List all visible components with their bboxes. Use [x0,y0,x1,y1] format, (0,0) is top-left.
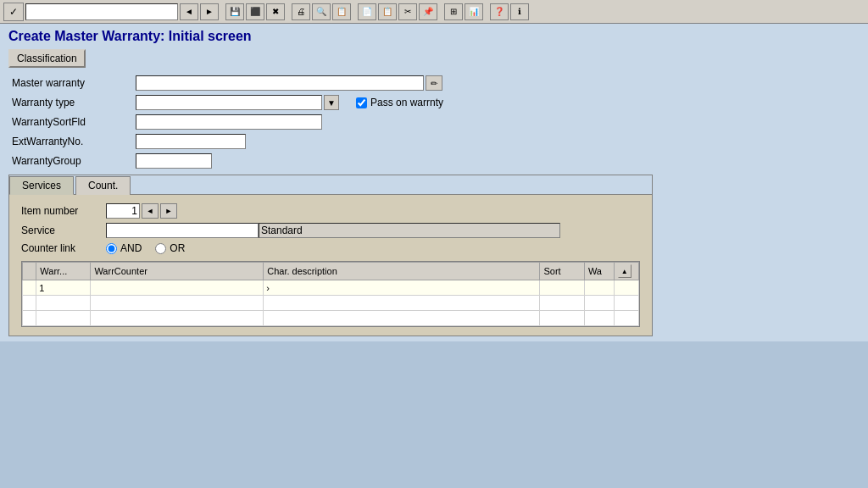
table-row [23,296,639,311]
warranty-sort-fld-input[interactable] [136,114,322,130]
check-button[interactable]: ✓ [3,3,24,21]
service-row: Service [21,223,640,238]
ext-warranty-no-row: ExtWarrantyNo. [8,133,860,150]
radio-or[interactable] [155,243,166,254]
paste-button1[interactable]: 📋 [378,3,397,20]
warranty-type-input[interactable] [136,95,322,110]
table-row [23,311,639,326]
nav-back-button[interactable]: ◄ [180,3,198,20]
table-row: 1 › [23,280,639,296]
layout-button[interactable]: 📊 [465,3,483,20]
data-table: Warr... WarrCounter Char. description So… [22,262,639,326]
warranty-group-row: WarrantyGroup [8,152,860,169]
toolbar: ✓ ◄ ► 💾 ⬛ ✖ 🖨 🔍 📋 📄 📋 ✂ 📌 ⊞ 📊 ❓ ℹ [0,0,868,24]
radio-or-label: OR [170,242,185,254]
scroll-up-button[interactable]: ▲ [618,264,632,278]
radio-and-option: AND [106,242,142,254]
item-number-label: Item number [21,205,106,217]
main-area: Create Master Warranty: Initial screen C… [0,24,868,341]
copy-button1[interactable]: 📄 [358,3,376,20]
cell-warr-2[interactable] [36,296,91,311]
scroll-track-1 [614,280,638,296]
cell-wa-3[interactable] [584,311,614,326]
print-button[interactable]: 🖨 [292,3,310,20]
cut-button[interactable]: ✂ [398,3,417,20]
scroll-track-3 [614,311,638,326]
ext-warranty-no-label: ExtWarrantyNo. [8,136,136,147]
tab-services[interactable]: Services [9,176,74,195]
warranty-group-input[interactable] [136,153,212,169]
col-header-warrcounter: WarrCounter [91,263,264,280]
find-button2[interactable]: 📋 [332,3,351,20]
cell-warrcounter-3[interactable] [91,311,264,326]
item-number-input[interactable] [106,203,140,219]
service-label: Service [21,225,106,236]
shortcut-button[interactable]: ⬛ [246,3,264,20]
radio-and[interactable] [106,243,117,254]
warranty-type-row: Warranty type ▼ Pass on warrnty [8,94,860,111]
item-number-row: Item number ◄ ► [21,203,640,219]
paste-button2[interactable]: 📌 [419,3,437,20]
data-table-wrapper: Warr... WarrCounter Char. description So… [21,261,640,327]
form-area: Master warranty ✏ Warranty type ▼ Pass o… [8,75,860,169]
cancel-button[interactable]: ✖ [266,3,285,20]
row-selector-2[interactable] [23,296,36,311]
warranty-type-label: Warranty type [8,97,136,108]
cell-wa-1[interactable] [584,280,614,296]
item-next-button[interactable]: ► [160,203,177,219]
help-button[interactable]: ❓ [490,3,509,20]
warranty-type-select-icon[interactable]: ▼ [324,95,339,110]
master-warranty-input[interactable] [136,75,424,91]
tab-container: Services Count. Item number ◄ ► Service [8,175,653,336]
grid-button[interactable]: ⊞ [444,3,463,20]
scroll-track-2 [614,296,638,311]
find-button1[interactable]: 🔍 [312,3,331,20]
cell-warrcounter-1[interactable] [91,280,264,296]
tab-content-services: Item number ◄ ► Service Counter link AND [9,195,652,336]
row-selector-header [23,263,36,280]
cell-sort-2[interactable] [540,296,584,311]
save-button[interactable]: 💾 [225,3,244,20]
counter-link-row: Counter link AND OR [21,242,640,254]
col-header-warr: Warr... [36,263,91,280]
cell-sort-3[interactable] [540,311,584,326]
service-input[interactable] [106,223,259,238]
master-warranty-row: Master warranty ✏ [8,75,860,92]
check-icon: ✓ [9,6,18,18]
info-button[interactable]: ℹ [510,3,529,20]
cell-chardesc-2[interactable] [264,296,540,311]
col-header-sort: Sort [540,263,584,280]
row-selector-1[interactable] [23,280,36,296]
master-warranty-edit-icon[interactable]: ✏ [426,75,442,91]
item-prev-button[interactable]: ◄ [142,203,159,219]
ext-warranty-no-input[interactable] [136,134,246,149]
cell-chardesc-1[interactable]: › [264,280,540,296]
classification-button[interactable]: Classification [8,49,86,68]
warranty-sort-fld-label: WarrantySortFld [8,116,136,128]
scroll-header: ▲ [614,263,638,280]
counter-link-radio-group: AND OR [106,242,185,254]
tab-count[interactable]: Count. [75,176,131,195]
cell-warr-1[interactable]: 1 [36,280,91,296]
pass-on-checkbox[interactable] [356,97,367,108]
warranty-sort-fld-row: WarrantySortFld [8,114,860,130]
pass-on-label: Pass on warrnty [370,97,443,108]
pass-on-row: Pass on warrnty [356,97,443,108]
command-input[interactable] [25,3,178,20]
cell-sort-1[interactable] [540,280,584,296]
cell-warr-3[interactable] [36,311,91,326]
tab-bar: Services Count. [9,175,652,195]
cell-warrcounter-2[interactable] [91,296,264,311]
counter-link-label: Counter link [21,242,106,254]
nav-fwd-button[interactable]: ► [200,3,219,20]
row-selector-3[interactable] [23,311,36,326]
cell-chardesc-3[interactable] [264,311,540,326]
col-header-chardesc: Char. description [264,263,540,280]
warranty-group-label: WarrantyGroup [8,155,136,167]
master-warranty-label: Master warranty [8,77,136,89]
cell-wa-2[interactable] [584,296,614,311]
page-title: Create Master Warranty: Initial screen [8,29,860,44]
table-body: 1 › [23,280,639,326]
service-std-input [259,223,560,238]
col-header-wa: Wa [584,263,614,280]
